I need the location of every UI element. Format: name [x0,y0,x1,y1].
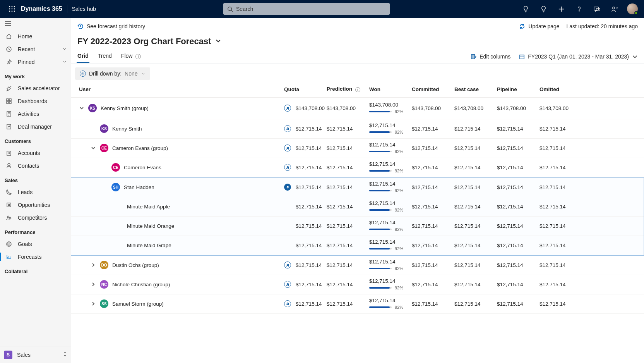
table-row[interactable]: SSSamuel Storm (group)$12,715.14$12,715.… [71,294,644,314]
quota-value: $12,715.14 [296,126,322,132]
table-row[interactable]: CECameron Evans$12,715.14$12,715.14$12,7… [71,158,644,177]
quota-value: $12,715.14 [296,223,322,229]
drill-down-selector[interactable]: ◎ Drill down by: None [75,67,150,80]
home-icon [5,33,12,40]
row-name: Nichole Christian (group) [112,282,170,287]
nav-dashboards[interactable]: Dashboards [0,95,71,107]
nav-recent[interactable]: Recent [0,43,71,55]
table-row[interactable]: KSKenny Smith (group)$143,708.00$143,708… [71,98,644,119]
clock-icon [5,46,12,52]
area-switcher[interactable]: S Sales [0,346,71,363]
won-progress-bar [369,209,392,211]
lightbulb-icon[interactable] [517,0,534,18]
lightbulb2-icon[interactable] [535,0,552,18]
col-pipeline[interactable]: Pipeline [497,86,540,92]
nav-goals[interactable]: Goals [0,237,71,250]
won-progress-bar [369,287,392,289]
col-quota[interactable]: Quota [284,86,327,92]
table-row[interactable]: NCNichole Christian (group)$12,715.14$12… [71,275,644,294]
svg-rect-36 [471,55,473,59]
app-area[interactable]: Sales hub [72,6,96,12]
col-bestcase[interactable]: Best case [454,86,497,92]
col-omitted[interactable]: Omitted [540,86,582,92]
nav-opportunities[interactable]: Opportunities [0,198,71,211]
pipeline-value: $12,715.14 [497,165,540,170]
app-bar: Dynamics 365 Sales hub Search [0,0,644,18]
committed-value: $12,715.14 [412,223,454,229]
won-percent: 92% [395,266,403,271]
chat-icon[interactable] [588,0,605,18]
adjust-icon[interactable] [284,300,291,307]
adjust-icon[interactable] [284,164,291,171]
forecast-history-link[interactable]: See forecast grid history [77,23,145,29]
svg-point-1 [12,6,13,7]
tab-trend[interactable]: Trend [98,50,112,63]
collapse-icon[interactable] [79,106,84,110]
nav-contacts[interactable]: Contacts [0,159,71,172]
tabs-row: Grid Trend Flow i Edit columns FY2023 Q1… [71,47,644,64]
search-input[interactable]: Search [223,3,390,15]
tab-flow-label: Flow [121,53,133,59]
col-committed[interactable]: Committed [412,86,454,92]
adjust-icon[interactable] [284,105,291,112]
adjust-icon[interactable] [284,281,291,288]
expand-icon[interactable] [91,301,96,306]
table-row[interactable]: Minute Maid Apple$12,715.14$12,715.14$12… [71,197,644,217]
title-dropdown[interactable] [215,38,221,45]
col-prediction[interactable]: Prediction i [327,86,369,92]
tab-grid[interactable]: Grid [77,50,89,63]
adjust-icon[interactable] [284,261,291,268]
user-avatar[interactable] [624,0,641,18]
user-cell: SHStan Hadden [79,183,284,191]
adjustment-indicator-icon[interactable] [284,184,291,191]
nav-activities[interactable]: Activities [0,107,71,120]
nav-toggle[interactable] [0,18,71,29]
adjust-icon[interactable] [284,145,291,151]
table-row[interactable]: Minute Maid Grape$12,715.14$12,715.14$12… [71,236,644,255]
app-name[interactable]: Dynamics 365 [21,5,64,12]
nav-sales-accelerator[interactable]: Sales accelerator [0,82,71,95]
expand-icon[interactable] [91,282,96,287]
period-selector[interactable]: FY2023 Q1 (Jan 01, 2023 - Mar 31, 2023) [519,53,638,60]
quota-value: $12,715.14 [296,145,322,151]
won-amount: $12,715.14 [369,200,412,206]
table-row[interactable]: KSKenny Smith$12,715.14$12,715.14$12,715… [71,119,644,139]
nav-deal-manager[interactable]: Deal manager [0,120,71,133]
nav-leads[interactable]: Leads [0,186,71,198]
table-row[interactable]: CECameron Evans (group)$12,715.14$12,715… [71,139,644,158]
col-user[interactable]: User [79,86,284,92]
phone-icon [5,189,12,195]
assistant-icon[interactable] [606,0,623,18]
help-icon[interactable] [570,0,587,18]
won-percent: 92% [395,130,403,135]
tab-flow[interactable]: Flow i [121,50,141,63]
edit-columns[interactable]: Edit columns [471,53,510,60]
app-launcher[interactable] [3,0,21,18]
nav-home[interactable]: Home [0,30,71,43]
won-amount: $12,715.14 [369,298,412,304]
history-icon [77,23,84,29]
deal-icon [5,124,12,130]
nav-pinned[interactable]: Pinned [0,55,71,68]
update-page[interactable]: Update page [519,23,559,29]
omitted-value: $12,715.14 [540,204,582,210]
add-icon[interactable] [553,0,570,18]
row-name: Cameron Evans (group) [112,145,168,151]
persona-avatar: KS [100,124,108,133]
nav-accounts[interactable]: Accounts [0,146,71,159]
adjust-icon[interactable] [284,125,291,132]
user-cell: Minute Maid Apple [79,204,284,210]
expand-icon[interactable] [91,263,96,267]
svg-point-0 [9,6,10,7]
nav-activities-label: Activities [18,111,39,117]
table-row[interactable]: SHStan Hadden$12,715.14$12,715.14$12,715… [71,178,644,197]
nav-competitors[interactable]: Competitors [0,211,71,224]
app-bar-right [517,0,641,18]
col-won[interactable]: Won [369,86,412,92]
nav-forecasts[interactable]: Forecasts [0,250,71,263]
table-row[interactable]: DODustin Ochs (group)$12,715.14$12,715.1… [71,256,644,275]
bestcase-value: $12,715.14 [454,223,497,229]
won-amount: $12,715.14 [369,142,412,148]
collapse-icon[interactable] [91,146,96,150]
table-row[interactable]: Minute Maid Orange$12,715.14$12,715.14$1… [71,217,644,236]
